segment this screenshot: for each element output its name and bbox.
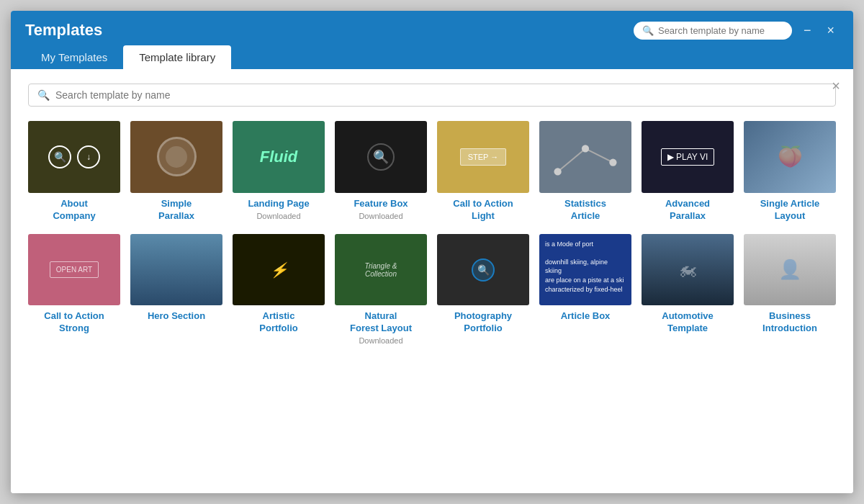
templates-grid-row2: OPEN ART Call to ActionStrong Hero Secti… [28,234,836,346]
thumb-cta-strong: OPEN ART [28,234,120,306]
svg-point-3 [582,145,589,152]
card-name-artistic-portfolio: ArtisticPortfolio [259,310,297,335]
svg-point-2 [554,168,561,175]
template-card-artistic-portfolio[interactable]: ⚡ ArtisticPortfolio [233,234,325,346]
template-card-cta-light[interactable]: STEP → Call to ActionLight [437,121,529,222]
card-name-business-intro: BusinessIntroduction [762,310,817,335]
thumb-cta-light: STEP → [437,121,529,193]
card-name-simple-parallax: SimpleParallax [158,198,194,222]
header-search-box[interactable]: 🔍 [634,22,792,40]
dialog-header: Templates 🔍 − × My Templates Template li… [11,11,853,69]
close-button[interactable]: × [822,22,839,40]
template-card-feature-box[interactable]: 🔍 Feature Box Downloaded [335,121,427,222]
card-name-feature-box: Feature Box [354,198,408,210]
template-card-automotive[interactable]: 🏍 AutomotiveTemplate [642,234,734,346]
card-name-natural-forest: NaturalForest Layout [350,310,412,335]
thumb-business-intro: 👤 [744,234,836,306]
card-name-automotive: AutomotiveTemplate [662,310,714,335]
dialog-title: Templates [25,21,102,40]
template-card-business-intro[interactable]: 👤 BusinessIntroduction [744,234,836,346]
thumb-feature-box: 🔍 [335,121,427,193]
card-name-advanced-parallax: AdvancedParallax [665,198,710,222]
card-name-hero-section: Hero Section [148,310,205,323]
card-name-article-box: Article Box [561,310,611,323]
card-badge-feature-box: Downloaded [359,212,402,220]
card-name-about-company: AboutCompany [53,198,95,222]
card-badge-landing-page: Downloaded [256,212,300,220]
thumb-simple-parallax [130,121,222,193]
tab-bar: My Templates Template library [25,45,839,69]
tab-template-library[interactable]: Template library [123,45,231,69]
thumb-advanced-parallax: ▶ PLAY VI [642,121,734,193]
template-card-natural-forest[interactable]: Triangle &Collection NaturalForest Layou… [335,234,427,346]
svg-line-1 [585,148,613,162]
template-card-article-box[interactable]: is a Mode of portdownhill skiing, alpine… [539,234,631,346]
card-name-cta-light: Call to ActionLight [453,198,513,222]
template-card-hero-section[interactable]: Hero Section [130,234,222,346]
thumb-natural-forest: Triangle &Collection [335,234,427,306]
template-card-cta-strong[interactable]: OPEN ART Call to ActionStrong [28,234,120,346]
card-name-photography-portfolio: PhotographyPortfolio [454,310,512,335]
thumb-hero-section [130,234,222,306]
body-search-box[interactable]: 🔍 [28,84,836,107]
thumb-statistics-article [539,121,631,193]
card-badge-natural-forest: Downloaded [359,336,402,345]
thumb-about-company: 🔍 ↓ [28,121,120,193]
card-name-single-article: Single ArticleLayout [760,198,820,222]
tab-my-templates[interactable]: My Templates [25,45,123,69]
card-name-statistics-article: StatisticsArticle [564,198,606,222]
header-search-icon: 🔍 [642,25,654,36]
svg-point-4 [609,158,616,166]
template-card-statistics-article[interactable]: StatisticsArticle [539,121,631,222]
body-search-icon: 🔍 [37,89,50,101]
card-name-landing-page: Landing Page [248,198,309,210]
templates-grid-row1: 🔍 ↓ AboutCompany SimpleParallax Fluid La… [28,121,836,222]
header-top: Templates 🔍 − × [25,11,839,45]
dialog-body: × 🔍 🔍 ↓ AboutCompany SimpleParall [11,69,853,493]
template-card-about-company[interactable]: 🔍 ↓ AboutCompany [28,121,120,222]
template-card-photography-portfolio[interactable]: 🔍 PhotographyPortfolio [437,234,529,346]
body-search-input[interactable] [55,89,827,101]
body-close-button[interactable]: × [832,78,840,94]
thumb-artistic-portfolio: ⚡ [233,234,325,306]
thumb-single-article: 🍑 [744,121,836,193]
header-controls: 🔍 − × [634,22,839,40]
svg-line-0 [558,148,585,171]
template-card-simple-parallax[interactable]: SimpleParallax [130,121,222,222]
thumb-automotive: 🏍 [642,234,734,306]
template-card-advanced-parallax[interactable]: ▶ PLAY VI AdvancedParallax [642,121,734,222]
thumb-article-box: is a Mode of portdownhill skiing, alpine… [539,234,631,306]
thumb-landing-page: Fluid [233,121,325,193]
template-card-landing-page[interactable]: Fluid Landing Page Downloaded [233,121,325,222]
card-name-cta-strong: Call to ActionStrong [44,310,104,335]
templates-dialog: Templates 🔍 − × My Templates Template li… [11,11,853,493]
stats-svg [539,121,631,193]
template-card-single-article[interactable]: 🍑 Single ArticleLayout [744,121,836,222]
header-search-input[interactable] [658,25,783,36]
minimize-button[interactable]: − [799,22,816,40]
thumb-photography-portfolio: 🔍 [437,234,529,306]
